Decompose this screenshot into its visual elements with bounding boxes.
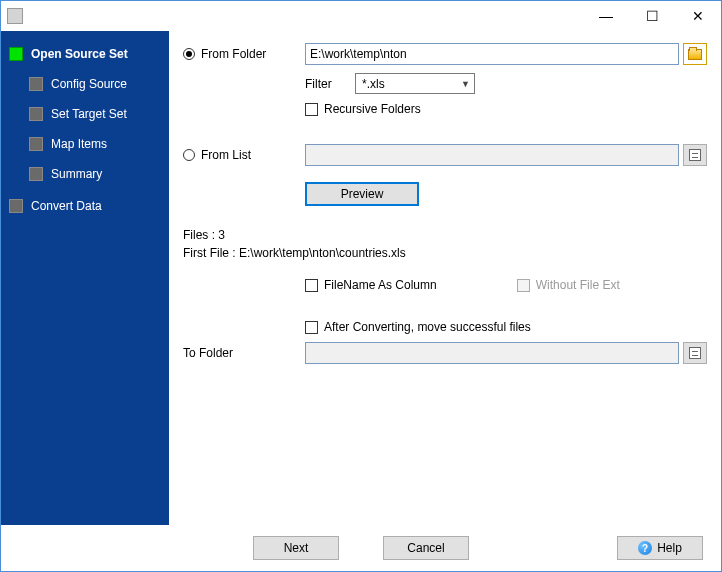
maximize-button[interactable]: ☐ [629, 1, 675, 31]
step-box-icon [29, 77, 43, 91]
preview-button[interactable]: Preview [305, 182, 419, 206]
to-folder-input[interactable] [305, 342, 679, 364]
help-button[interactable]: ? Help [617, 536, 703, 560]
wizard-footer: Next Cancel ? Help [1, 525, 721, 571]
from-folder-input[interactable] [305, 43, 679, 65]
sidebar-item-convert-data[interactable]: Convert Data [7, 193, 169, 219]
from-list-label: From List [201, 148, 251, 162]
to-folder-label: To Folder [183, 346, 233, 360]
sidebar-item-open-source-set[interactable]: Open Source Set [7, 41, 169, 67]
from-list-radio[interactable]: From List [183, 148, 305, 162]
sidebar-item-set-target-set[interactable]: Set Target Set [7, 101, 169, 127]
browse-list-button[interactable] [683, 144, 707, 166]
checkbox-icon [305, 321, 318, 334]
minimize-button[interactable]: — [583, 1, 629, 31]
first-file-text: First File : E:\work\temp\nton\countries… [183, 246, 707, 260]
step-box-icon [9, 199, 23, 213]
step-box-icon [29, 137, 43, 151]
help-icon: ? [638, 541, 652, 555]
app-window: — ☐ ✕ Open Source Set Config Source Set … [0, 0, 722, 572]
after-converting-checkbox[interactable]: After Converting, move successful files [305, 320, 531, 334]
chevron-down-icon: ▼ [461, 79, 470, 89]
radio-icon [183, 48, 195, 60]
files-count-text: Files : 3 [183, 228, 707, 242]
folder-icon [689, 347, 701, 359]
filter-value: *.xls [362, 77, 385, 91]
close-button[interactable]: ✕ [675, 1, 721, 31]
list-icon [689, 149, 701, 161]
after-converting-label: After Converting, move successful files [324, 320, 531, 334]
browse-to-folder-button[interactable] [683, 342, 707, 364]
from-folder-radio[interactable]: From Folder [183, 47, 305, 61]
step-box-icon [9, 47, 23, 61]
filter-combo[interactable]: *.xls ▼ [355, 73, 475, 94]
titlebar: — ☐ ✕ [1, 1, 721, 31]
recursive-folders-label: Recursive Folders [324, 102, 421, 116]
main-panel: From Folder Filter *.xls ▼ Recurs [169, 31, 721, 525]
wizard-sidebar: Open Source Set Config Source Set Target… [1, 31, 169, 525]
radio-icon [183, 149, 195, 161]
sidebar-item-label: Convert Data [31, 199, 102, 213]
window-controls: — ☐ ✕ [583, 1, 721, 31]
sidebar-item-label: Set Target Set [51, 107, 127, 121]
sidebar-item-label: Open Source Set [31, 47, 128, 61]
recursive-folders-checkbox[interactable]: Recursive Folders [305, 102, 421, 116]
filename-as-column-label: FileName As Column [324, 278, 437, 292]
sidebar-item-summary[interactable]: Summary [7, 161, 169, 187]
sidebar-item-map-items[interactable]: Map Items [7, 131, 169, 157]
step-box-icon [29, 167, 43, 181]
sidebar-item-label: Map Items [51, 137, 107, 151]
sidebar-item-label: Config Source [51, 77, 127, 91]
checkbox-icon [517, 279, 530, 292]
folder-icon [688, 49, 702, 60]
step-box-icon [29, 107, 43, 121]
without-file-ext-label: Without File Ext [536, 278, 620, 292]
sidebar-item-label: Summary [51, 167, 102, 181]
checkbox-icon [305, 279, 318, 292]
next-button[interactable]: Next [253, 536, 339, 560]
filename-as-column-checkbox[interactable]: FileName As Column [305, 278, 437, 292]
from-folder-label: From Folder [201, 47, 266, 61]
without-file-ext-checkbox: Without File Ext [517, 278, 620, 292]
app-icon [7, 8, 23, 24]
cancel-button[interactable]: Cancel [383, 536, 469, 560]
filter-label: Filter [305, 77, 355, 91]
from-list-input[interactable] [305, 144, 679, 166]
checkbox-icon [305, 103, 318, 116]
browse-folder-button[interactable] [683, 43, 707, 65]
sidebar-item-config-source[interactable]: Config Source [7, 71, 169, 97]
